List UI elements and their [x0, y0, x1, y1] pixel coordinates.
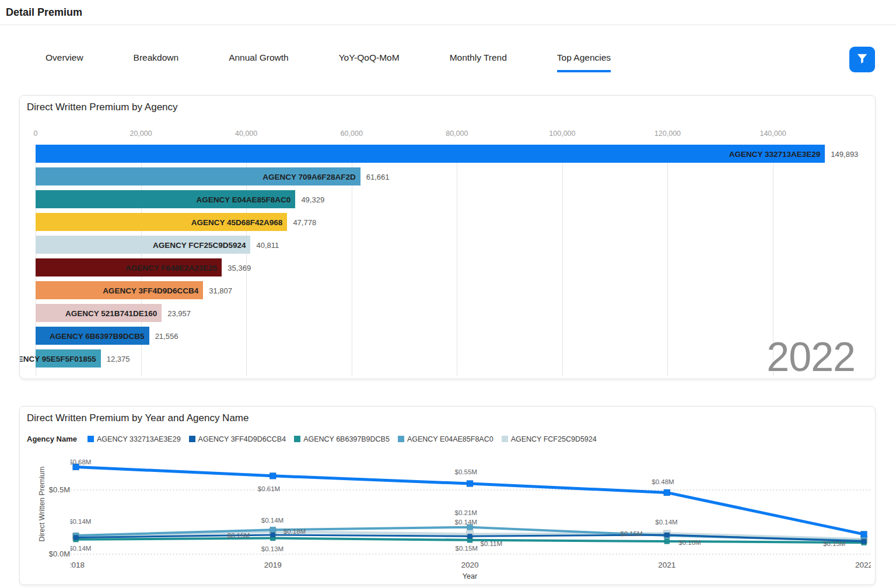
bar-row: AGENCY 6B6397B9DCB521,556	[36, 327, 855, 345]
bar-category-label: AGENCY 521B741DE160	[65, 309, 157, 317]
x-axis-tick: 0	[34, 130, 38, 138]
bar-value-label: 49,329	[301, 195, 324, 204]
tab-annual-growth[interactable]: Annual Growth	[229, 52, 289, 72]
bar-category-label: AGENCY 95E5F5F01855	[19, 354, 96, 363]
data-point-label: $0.14M	[455, 519, 477, 526]
x-axis-tick: 100,000	[549, 130, 575, 138]
data-point-label: $0.14M	[71, 518, 91, 525]
data-point-marker[interactable]	[467, 481, 473, 487]
legend-item-agency-6b6397b9dcb5[interactable]: AGENCY 6B6397B9DCB5	[294, 435, 390, 443]
data-point-marker[interactable]	[664, 533, 669, 537]
bar-value-label: 61,661	[366, 172, 390, 181]
header: Detail Premium	[0, 0, 896, 25]
data-point-label: $0.10M	[678, 539, 701, 546]
bar-category-label: AGENCY 6B6397B9DCB5	[50, 331, 145, 340]
legend-swatch-icon	[502, 436, 508, 442]
x-axis-tick: 120,000	[654, 130, 681, 138]
bar-agency-e04ae85f8ac0[interactable]: AGENCY E04AE85F8AC0	[36, 190, 295, 208]
data-point-label: $0.61M	[258, 485, 280, 492]
data-point-marker[interactable]	[861, 531, 867, 537]
data-point-label: $0.14M	[71, 545, 91, 552]
data-point-marker[interactable]	[270, 527, 276, 533]
x-axis-tick: 60,000	[341, 130, 363, 138]
data-point-label: $0.15M	[228, 532, 250, 539]
tab-breakdown[interactable]: Breakdown	[134, 52, 179, 72]
x-axis-tick: 140,000	[760, 130, 786, 138]
legend-swatch-icon	[88, 436, 94, 442]
bar-row: AGENCY 95E5F5F0185512,375	[36, 349, 855, 368]
bar-value-label: 40,811	[256, 240, 279, 249]
data-point-marker[interactable]	[74, 535, 78, 540]
x-axis-tick: 2020	[461, 561, 478, 569]
bar-value-label: 12,375	[107, 354, 130, 363]
bar-category-label: AGENCY E04AE85F8AC0	[197, 195, 291, 204]
bar-agency-3ff4d9d6ccb4[interactable]: AGENCY 3FF4D9D6CCB4	[36, 281, 203, 299]
data-point-marker[interactable]	[468, 534, 473, 538]
legend-swatch-icon	[189, 436, 195, 442]
bar-category-label: AGENCY 45D68F42A968	[191, 218, 283, 226]
legend-swatch-icon	[294, 436, 300, 442]
x-axis-tick: 80,000	[446, 130, 468, 138]
bar-row: AGENCY F648E2A23E2535,369	[36, 258, 855, 276]
x-axis-tick: 2019	[264, 561, 282, 569]
legend-title: Agency Name	[27, 435, 77, 443]
legend-label: AGENCY 332713AE3E29	[97, 435, 181, 443]
data-point-marker[interactable]	[664, 489, 670, 496]
bar-value-label: 35,369	[228, 263, 251, 272]
bar-value-label: 31,807	[209, 286, 232, 295]
funnel-icon	[856, 52, 869, 67]
bar-chart-x-axis: 020,00040,00060,00080,000100,000120,0001…	[36, 130, 855, 140]
tab-yoy-qoq-mom[interactable]: YoY-QoQ-MoM	[339, 52, 400, 72]
data-point-marker[interactable]	[270, 473, 276, 479]
data-point-label: $0.68M	[71, 459, 91, 466]
bar-agency-709a6f28af2d[interactable]: AGENCY 709A6F28AF2D	[36, 167, 360, 186]
bar-agency-45d68f42a968[interactable]: AGENCY 45D68F42A968	[36, 213, 287, 231]
tab-bar: OverviewBreakdownAnnual GrowthYoY-QoQ-Mo…	[46, 52, 611, 72]
legend-item-agency-332713ae3e29[interactable]: AGENCY 332713AE3E29	[88, 435, 181, 443]
bar-value-label: 149,893	[831, 149, 858, 158]
bar-chart-plot: AGENCY 332713AE3E29149,893AGENCY 709A6F2…	[36, 145, 855, 376]
data-point-label: $0.48M	[652, 478, 674, 485]
bar-row: AGENCY 45D68F42A96847,778	[36, 213, 855, 231]
tab-monthly-trend[interactable]: Monthly Trend	[450, 52, 507, 72]
tab-overview[interactable]: Overview	[46, 52, 83, 72]
x-axis-title: Year	[463, 572, 477, 580]
data-point-label: $0.55M	[455, 468, 477, 475]
data-point-label: $0.18M	[284, 528, 306, 535]
y-axis-title: Direct Written Premium	[38, 452, 46, 556]
bar-value-label: 23,957	[167, 309, 191, 317]
bar-category-label: AGENCY FCF25C9D5924	[153, 240, 246, 249]
bar-agency-95e5f5f01855[interactable]: AGENCY 95E5F5F01855	[36, 349, 101, 368]
bar-agency-fcf25c9d5924[interactable]: AGENCY FCF25C9D5924	[36, 236, 250, 254]
data-point-label: $0.21M	[455, 509, 477, 516]
x-axis-tick: 40,000	[235, 130, 257, 138]
legend-label: AGENCY 3FF4D9D6CCB4	[198, 435, 286, 443]
legend-label: AGENCY FCF25C9D5924	[511, 435, 597, 443]
tab-top-agencies[interactable]: Top Agencies	[557, 52, 611, 72]
y-tick-0-5m: $0.5M	[40, 485, 70, 494]
legend-item-agency-fcf25c9d5924[interactable]: AGENCY FCF25C9D5924	[502, 435, 597, 443]
data-point-marker[interactable]	[862, 539, 866, 544]
data-point-label: $0.13M	[261, 545, 284, 552]
data-point-label: $0.15M	[456, 545, 478, 552]
bar-agency-332713ae3e29[interactable]: AGENCY 332713AE3E29	[36, 145, 825, 163]
bar-chart-panel: Direct Written Premium by Agency 020,000…	[19, 95, 876, 379]
bar-row: AGENCY 332713AE3E29149,893	[36, 145, 855, 163]
data-point-marker[interactable]	[271, 533, 275, 537]
bar-agency-f648e2a23e25[interactable]: AGENCY F648E2A23E25	[36, 258, 222, 276]
legend-item-agency-e04ae85f8ac0[interactable]: AGENCY E04AE85F8AC0	[398, 435, 494, 443]
line-chart-plot: $0.68M$0.61M$0.55M$0.48M$0.15M$0.15M$0.1…	[71, 456, 871, 583]
line-chart-panel: Direct Written Premium by Year and Agenc…	[19, 406, 876, 585]
data-point-label: $0.15M	[823, 540, 845, 547]
filter-button[interactable]	[849, 47, 875, 72]
bar-row: AGENCY 3FF4D9D6CCB431,807	[36, 281, 855, 299]
bar-agency-521b741de160[interactable]: AGENCY 521B741DE160	[36, 304, 162, 322]
legend-label: AGENCY 6B6397B9DCB5	[303, 435, 390, 443]
data-point-marker[interactable]	[664, 539, 670, 544]
line-chart-legend: Agency Name AGENCY 332713AE3E29AGENCY 3F…	[27, 435, 597, 443]
legend-item-agency-3ff4d9d6ccb4[interactable]: AGENCY 3FF4D9D6CCB4	[189, 435, 286, 443]
data-point-label: $0.11M	[481, 540, 503, 547]
x-axis-tick: 2022	[855, 561, 871, 569]
bar-row: AGENCY FCF25C9D592440,811	[36, 236, 855, 254]
bar-agency-6b6397b9dcb5[interactable]: AGENCY 6B6397B9DCB5	[36, 327, 149, 345]
